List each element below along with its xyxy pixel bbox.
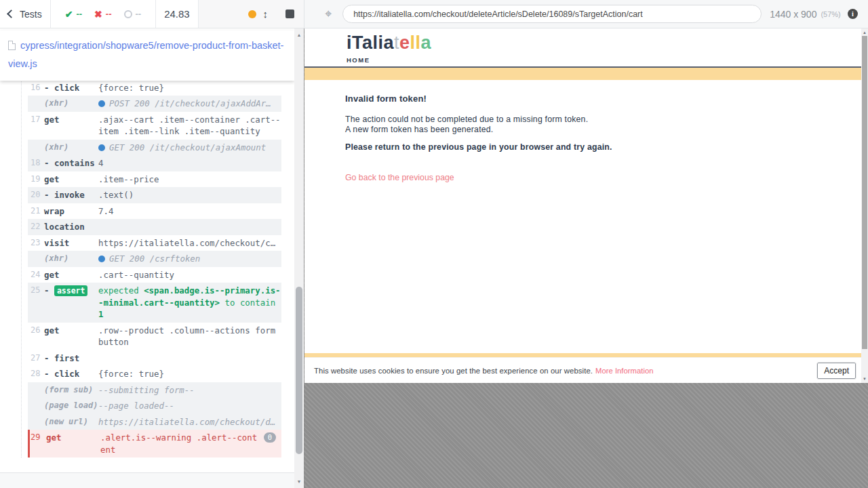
command-row[interactable]: 27 - first <box>28 350 281 367</box>
command-row[interactable]: 26 get .row--product .column--actions fo… <box>28 323 281 350</box>
command-name: (xhr) <box>44 253 98 265</box>
command-number: 20 <box>28 189 44 201</box>
command-number: 28 <box>28 368 44 380</box>
command-row[interactable]: 16 - click {force: true} <box>28 80 281 96</box>
command-count-badge: 0 <box>264 432 276 443</box>
command-message: --page loaded-- <box>98 400 281 412</box>
command-row[interactable]: (new url) https://italiatella.com/checko… <box>28 414 281 430</box>
command-message: .cart--quantity <box>98 269 281 281</box>
scroll-up-icon[interactable]: ▲ <box>294 33 304 37</box>
spec-file-link[interactable]: cypress/integration/shopware5/remove-pro… <box>8 40 283 69</box>
aut-region: iTaliatella HOME Invalid form token! The… <box>304 28 868 488</box>
promo-banner <box>304 68 861 80</box>
command-row[interactable]: 29 get .alert.is--warning .alert--conten… <box>28 430 281 458</box>
command-row[interactable]: (form sub) --submitting form-- <box>28 382 281 399</box>
run-duration: 24.83 <box>156 0 198 28</box>
test-stats: ✔-- ✖-- -- <box>51 0 155 28</box>
command-row[interactable]: 28 - click {force: true} <box>28 366 281 382</box>
command-name: - assert <box>44 285 98 297</box>
command-number: 29 <box>30 432 46 444</box>
chevron-left-icon <box>7 9 16 18</box>
command-row[interactable]: 23 visit https://italiatella.com/checkou… <box>28 235 281 251</box>
runner-header: ⌖ 1440 x 900 (57%) i <box>304 0 868 28</box>
command-message: GET 200 /csrftoken <box>98 253 281 265</box>
command-name: get <box>44 269 98 281</box>
command-number: 24 <box>28 269 44 281</box>
command-row[interactable]: 25 - assert expected <span.badge.is--pri… <box>28 283 281 323</box>
error-line1: The action could not be completed due to… <box>345 115 861 125</box>
command-number: 16 <box>28 82 44 94</box>
command-row[interactable]: (xhr) POST 200 /it/checkout/ajaxAddAr… <box>28 96 281 112</box>
reporter-scrollbar[interactable]: ▲ ▼ <box>294 28 304 488</box>
cookie-accept-button[interactable]: Accept <box>817 363 856 379</box>
command-row[interactable]: (page load) --page loaded-- <box>28 398 281 414</box>
command-name: (xhr) <box>44 142 98 154</box>
go-back-link[interactable]: Go back to the previous page <box>345 173 454 182</box>
shop-content: Invalid form token! The action could not… <box>304 80 861 353</box>
stop-button[interactable] <box>285 9 294 18</box>
command-log: button-container .buybox--button 16 - cl… <box>21 64 281 458</box>
command-message: {force: true} <box>98 368 281 380</box>
command-row[interactable]: 24 get .cart--quantity <box>28 267 281 283</box>
aut-url-input[interactable] <box>342 5 762 23</box>
check-icon: ✔ <box>65 9 73 20</box>
viewport-size-label: 1440 x 900 <box>770 9 816 20</box>
command-number: 21 <box>28 205 44 218</box>
reporter-panel: cypress/integration/shopware5/remove-pro… <box>0 28 304 488</box>
error-line3: Please return to the previous page in yo… <box>345 142 861 152</box>
reporter-scrollbar-thumb[interactable] <box>296 287 302 454</box>
error-title: Invalid form token! <box>345 94 861 104</box>
viewport-scale-label: (57%) <box>821 10 840 18</box>
command-name: visit <box>44 237 98 249</box>
xhr-dot-icon <box>98 100 105 107</box>
command-message: .row--product .column--actions form butt… <box>98 325 281 348</box>
command-row[interactable]: 17 get .ajax--cart .item--container .car… <box>28 112 281 140</box>
selector-playground-icon[interactable]: ⌖ <box>325 7 332 21</box>
command-row[interactable]: (xhr) GET 200 /csrftoken <box>28 251 281 267</box>
command-row[interactable]: 22 location <box>28 219 281 235</box>
shop-logo[interactable]: iTaliatella <box>347 33 861 54</box>
command-message: --submitting form-- <box>98 384 281 396</box>
command-name: (new url) <box>44 416 98 428</box>
assert-badge: assert <box>54 285 88 296</box>
nav-home-link[interactable]: HOME <box>347 56 370 64</box>
reporter-header: Tests ✔-- ✖-- -- 24.83 ↕ <box>0 0 304 28</box>
command-message: https://italiatella.com/checkout/c… <box>98 237 281 249</box>
scroll-down-icon[interactable]: ▼ <box>861 377 868 381</box>
command-row[interactable]: 20 - invoke .text() <box>28 187 281 203</box>
command-number: 26 <box>28 325 44 337</box>
command-row[interactable]: 21 wrap 7.4 <box>28 203 281 220</box>
aut-scrollbar[interactable]: ▲ ▼ <box>861 28 868 383</box>
scroll-up-icon[interactable]: ▲ <box>861 30 868 35</box>
circle-icon <box>124 10 132 18</box>
command-name: (page load) <box>44 400 98 412</box>
back-to-tests-button[interactable]: Tests <box>0 0 50 28</box>
command-row[interactable]: (xhr) GET 200 /it/checkout/ajaxAmount <box>28 140 281 156</box>
scroll-down-icon[interactable]: ▼ <box>294 479 304 484</box>
command-number: 23 <box>28 237 44 249</box>
command-row[interactable]: 18 - contains 4 <box>28 155 281 171</box>
auto-scroll-icon[interactable]: ↕ <box>263 8 269 20</box>
command-number: 22 <box>28 221 44 233</box>
viewport-info-icon[interactable]: i <box>848 9 858 19</box>
command-name: - contains <box>44 157 98 169</box>
cookie-more-info-link[interactable]: More Information <box>595 367 653 375</box>
command-row[interactable]: 19 get .item--price <box>28 171 281 188</box>
error-line2: A new form token has been generated. <box>345 125 861 135</box>
aut-scrollbar-thumb[interactable] <box>862 36 867 349</box>
x-icon: ✖ <box>94 9 102 20</box>
command-message: https://italiatella.com/checkout/d… <box>98 416 281 428</box>
shop-header: iTaliatella HOME <box>304 28 861 68</box>
command-number: 18 <box>28 157 44 169</box>
command-name: get <box>44 114 98 126</box>
command-name: location <box>44 221 98 233</box>
running-state-icon <box>248 10 256 18</box>
aut-iframe: iTaliatella HOME Invalid form token! The… <box>304 28 861 383</box>
command-name: wrap <box>44 205 98 218</box>
command-message: 4 <box>98 157 281 169</box>
command-message: expected <span.badge.is--primary.is--min… <box>98 285 281 321</box>
reporter-footer <box>0 472 294 488</box>
stat-passed: ✔-- <box>65 9 82 20</box>
command-number: 27 <box>28 352 44 365</box>
command-message: GET 200 /it/checkout/ajaxAmount <box>98 142 281 154</box>
